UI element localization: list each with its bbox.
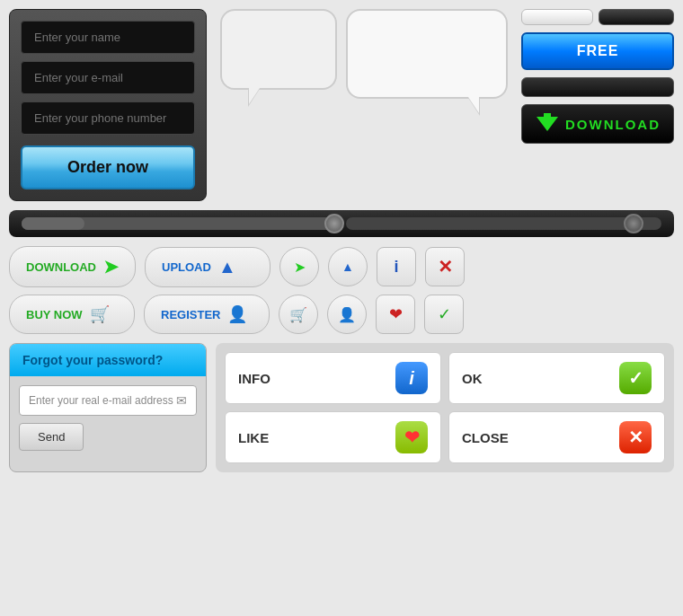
like-icon-box: ❤ (395, 421, 428, 453)
info-text-label: INFO (238, 371, 271, 386)
download-button[interactable]: DOWNLOAD ➤ (9, 246, 136, 287)
speech-bubble-left (220, 9, 337, 90)
email-input[interactable] (21, 61, 195, 94)
slider-fill-1 (22, 217, 84, 230)
forgot-password-panel: Forgot your password? Enter your real e-… (9, 343, 207, 472)
ok-button[interactable]: OK ✓ (448, 352, 665, 404)
upload-icon: ▲ (218, 257, 236, 277)
toggle-black-button[interactable] (599, 9, 674, 25)
info-button[interactable]: INFO i (225, 352, 441, 404)
round-user-icon-button[interactable]: 👤 (327, 295, 367, 334)
info-square-button[interactable]: i (377, 247, 416, 286)
check-icon: ✓ (438, 304, 451, 324)
black-bar-button[interactable] (521, 77, 674, 97)
toggle-row (521, 9, 674, 25)
email-input-row[interactable]: Enter your real e-mail address ✉ (19, 385, 197, 416)
name-input[interactable] (21, 21, 195, 54)
slider-track-2[interactable] (346, 217, 661, 230)
button-row-2: BUY NOW 🛒 REGISTER 👤 🛒 👤 ❤ ✓ (9, 295, 674, 334)
close-square-button[interactable]: ✕ (425, 247, 465, 286)
ok-text-label: OK (462, 371, 483, 386)
cart-small-icon: 🛒 (289, 306, 307, 323)
download-small-icon: ➤ (294, 259, 306, 276)
download-label: DOWNLOAD (26, 260, 96, 274)
slider-track-1[interactable] (22, 217, 337, 230)
upload-label: UPLOAD (162, 260, 211, 274)
slider-thumb-1[interactable] (324, 214, 344, 233)
right-buttons-panel: FREE DOWNLOAD (521, 9, 674, 201)
forgot-header[interactable]: Forgot your password? (10, 344, 206, 376)
svg-rect-1 (544, 113, 551, 120)
heart-like-icon: ❤ (404, 427, 420, 448)
round-cart-icon-button[interactable]: 🛒 (279, 295, 318, 334)
slider-thumb-2[interactable] (624, 214, 643, 233)
user-small-icon: 👤 (338, 306, 356, 323)
like-button[interactable]: LIKE ❤ (225, 411, 441, 463)
buy-now-button[interactable]: BUY NOW 🛒 (9, 295, 135, 334)
heart-square-button[interactable]: ❤ (376, 295, 415, 334)
register-button[interactable]: REGISTER 👤 (144, 295, 270, 334)
register-label: REGISTER (161, 308, 220, 321)
close-x-icon: ✕ (628, 427, 643, 448)
info-icon-box: i (395, 362, 428, 394)
info-letter-icon: i (409, 368, 414, 389)
cart-icon: 🛒 (90, 304, 110, 324)
bottom-section: Forgot your password? Enter your real e-… (9, 343, 674, 472)
download-arrow-icon (535, 113, 560, 135)
forgot-body: Enter your real e-mail address ✉ Send (10, 376, 206, 460)
form-panel: Order now (9, 9, 207, 201)
round-upload-icon-button[interactable]: ▲ (328, 247, 368, 286)
close-icon-box: ✕ (619, 421, 652, 453)
speech-bubble-right (346, 9, 508, 99)
close-text-label: CLOSE (462, 430, 509, 445)
upload-button[interactable]: UPLOAD ▲ (145, 247, 271, 287)
check-square-button[interactable]: ✓ (424, 295, 464, 334)
check-mark-icon: ✓ (628, 367, 643, 389)
upload-small-icon: ▲ (342, 260, 354, 274)
like-text-label: LIKE (238, 430, 269, 445)
send-button[interactable]: Send (19, 423, 84, 451)
info-ok-panel: INFO i OK ✓ LIKE ❤ CLOSE ✕ (216, 343, 674, 472)
heart-icon: ❤ (389, 304, 403, 324)
round-download-icon-button[interactable]: ➤ (279, 247, 319, 286)
ok-icon-box: ✓ (619, 362, 652, 394)
toggle-white-button[interactable] (521, 9, 593, 25)
x-icon: ✕ (438, 256, 453, 277)
free-button[interactable]: FREE (521, 32, 674, 70)
info-icon: i (394, 258, 398, 277)
buy-now-label: BUY NOW (26, 308, 83, 321)
envelope-icon: ✉ (176, 393, 187, 408)
bubbles-panel (216, 9, 512, 201)
button-rows-section: DOWNLOAD ➤ UPLOAD ▲ ➤ ▲ i ✕ BUY NOW (9, 246, 674, 334)
download-green-button[interactable]: DOWNLOAD (521, 104, 674, 144)
slider-section (9, 210, 674, 237)
download-label: DOWNLOAD (565, 117, 661, 132)
order-now-button[interactable]: Order now (21, 145, 195, 189)
download-icon: ➤ (103, 256, 119, 277)
button-row-1: DOWNLOAD ➤ UPLOAD ▲ ➤ ▲ i ✕ (9, 246, 674, 287)
email-placeholder-text: Enter your real e-mail address (29, 394, 173, 407)
phone-input[interactable] (21, 101, 195, 135)
user-icon: 👤 (227, 304, 247, 324)
close-button[interactable]: CLOSE ✕ (448, 411, 665, 463)
